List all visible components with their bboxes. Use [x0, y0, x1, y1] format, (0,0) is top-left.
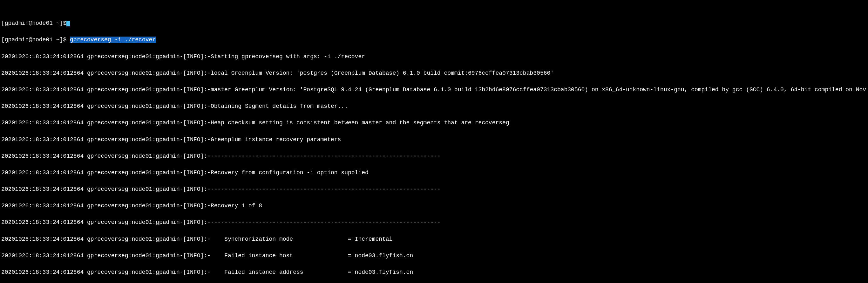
log-5: 20201026:18:33:24:012864 gprecoverseg:no…: [1, 86, 867, 94]
line-2: [gpadmin@node01 ~]$ gprecoverseg -i ./re…: [1, 36, 867, 44]
log-12: 20201026:18:33:24:012864 gprecoverseg:no…: [1, 202, 867, 210]
command-text: gprecoverseg -i ./recover: [70, 36, 156, 43]
log-11: 20201026:18:33:24:012864 gprecoverseg:no…: [1, 185, 867, 193]
log-14: 20201026:18:33:24:012864 gprecoverseg:no…: [1, 235, 867, 243]
log-8: 20201026:18:33:24:012864 gprecoverseg:no…: [1, 136, 867, 144]
log-9: 20201026:18:33:24:012864 gprecoverseg:no…: [1, 152, 867, 160]
log-10: 20201026:18:33:24:012864 gprecoverseg:no…: [1, 169, 867, 177]
log-4: 20201026:18:33:24:012864 gprecoverseg:no…: [1, 69, 867, 77]
log-3: 20201026:18:33:24:012864 gprecoverseg:no…: [1, 53, 867, 61]
cursor: [66, 21, 70, 26]
log-13: 20201026:18:33:24:012864 gprecoverseg:no…: [1, 218, 867, 226]
log-16: 20201026:18:33:24:012864 gprecoverseg:no…: [1, 268, 867, 276]
log-15: 20201026:18:33:24:012864 gprecoverseg:no…: [1, 252, 867, 260]
terminal: [gpadmin@node01 ~]$ [gpadmin@node01 ~]$ …: [0, 0, 868, 283]
log-7: 20201026:18:33:24:012864 gprecoverseg:no…: [1, 119, 867, 127]
line-1: [gpadmin@node01 ~]$: [1, 19, 867, 27]
prompt-1: [gpadmin@node01 ~]$: [1, 20, 66, 26]
log-6: 20201026:18:33:24:012864 gprecoverseg:no…: [1, 102, 867, 110]
prompt-2: [gpadmin@node01 ~]$: [1, 36, 70, 43]
